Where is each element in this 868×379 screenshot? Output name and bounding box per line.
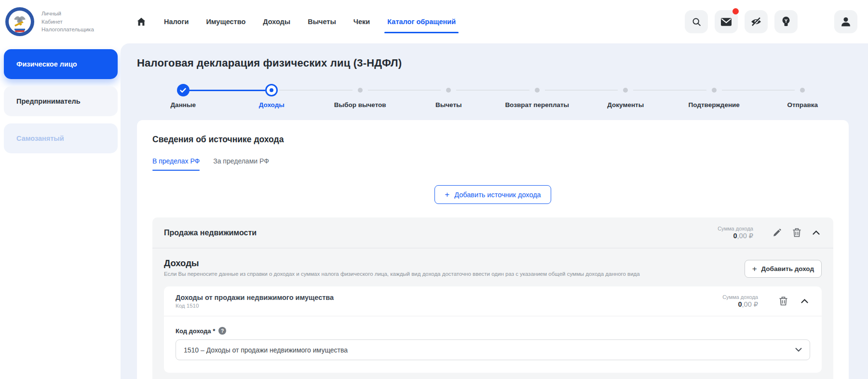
profile-button[interactable] bbox=[834, 10, 857, 33]
trash-icon bbox=[793, 228, 801, 237]
help-icon[interactable]: ? bbox=[218, 327, 226, 335]
sidebar-item-entrepreneur[interactable]: Предприниматель bbox=[4, 86, 118, 116]
top-bar: Личный Кабинет Налогоплательщика Налоги … bbox=[0, 0, 868, 43]
income-source-body: Доходы Если Вы переносите данные из спра… bbox=[152, 248, 833, 379]
incomes-head: Доходы Если Вы переносите данные из спра… bbox=[164, 258, 822, 278]
page-title: Налоговая декларация физических лиц (3-Н… bbox=[137, 57, 849, 69]
home-icon[interactable] bbox=[136, 16, 147, 27]
sidebar-item-individual[interactable]: Физическое лицо bbox=[4, 49, 118, 79]
step-deductions[interactable]: Вычеты bbox=[405, 84, 493, 108]
messages-button[interactable] bbox=[715, 10, 738, 33]
trash-icon bbox=[779, 297, 787, 306]
mail-icon bbox=[721, 18, 732, 26]
step-upcoming-dot-icon bbox=[712, 88, 717, 93]
step-completed-check-icon bbox=[177, 84, 190, 96]
plus-icon: + bbox=[752, 265, 757, 273]
delete-income-button[interactable] bbox=[777, 295, 789, 308]
declaration-stepper: Данные Доходы Выбор вычетов Вычеты Возвр… bbox=[139, 84, 847, 108]
sidebar: Физическое лицо Предприниматель Самозаня… bbox=[0, 43, 121, 379]
add-income-source-button[interactable]: + Добавить источник дохода bbox=[434, 185, 551, 204]
step-upcoming-dot-icon bbox=[446, 88, 451, 93]
nav-item-deductions[interactable]: Вычеты bbox=[308, 0, 336, 43]
step-upcoming-dot-icon bbox=[623, 88, 628, 93]
income-code-select-value: 1510 – Доходы от продажи недвижимого иму… bbox=[184, 346, 348, 354]
search-button[interactable] bbox=[685, 10, 708, 33]
collapse-source-button[interactable] bbox=[811, 229, 822, 237]
step-sending[interactable]: Отправка bbox=[759, 84, 847, 108]
brand: Личный Кабинет Налогоплательщика bbox=[5, 7, 120, 37]
step-overpayment-refund[interactable]: Возврат переплаты bbox=[493, 84, 582, 108]
nav-item-taxes[interactable]: Налоги bbox=[164, 0, 189, 43]
nav-item-property[interactable]: Имущество bbox=[206, 0, 245, 43]
income-item-code: Код 1510 bbox=[176, 303, 722, 309]
collapse-income-button[interactable] bbox=[799, 297, 810, 305]
pencil-icon bbox=[773, 229, 781, 237]
nav-item-incomes[interactable]: Доходы bbox=[263, 0, 290, 43]
user-icon bbox=[841, 17, 851, 27]
tips-button[interactable] bbox=[774, 10, 798, 33]
edit-source-button[interactable] bbox=[771, 227, 783, 239]
add-income-button[interactable]: + Добавить доход bbox=[745, 260, 822, 278]
step-incomes[interactable]: Доходы bbox=[228, 84, 316, 108]
income-source-tabs: В пределах РФ За пределами РФ bbox=[152, 157, 833, 171]
step-confirmation[interactable]: Подтверждение bbox=[670, 84, 759, 108]
main-nav: Налоги Имущество Доходы Вычеты Чеки Ката… bbox=[136, 0, 456, 43]
eye-off-icon bbox=[750, 17, 762, 27]
visibility-toggle-button[interactable] bbox=[745, 10, 768, 33]
step-upcoming-dot-icon bbox=[800, 88, 805, 93]
income-code-label: Код дохода * bbox=[176, 327, 215, 335]
add-source-row: + Добавить источник дохода bbox=[152, 185, 833, 204]
app-root: Личный Кабинет Налогоплательщика Налоги … bbox=[0, 0, 868, 379]
step-upcoming-dot-icon bbox=[358, 88, 363, 93]
nav-item-requests-catalog[interactable]: Каталог обращений bbox=[387, 0, 456, 43]
step-current-dot-icon bbox=[265, 84, 278, 96]
chevron-up-icon bbox=[801, 299, 808, 303]
plus-icon: + bbox=[445, 190, 449, 199]
lightbulb-icon bbox=[782, 16, 790, 27]
income-source-title: Продажа недвижимости bbox=[164, 229, 718, 237]
tab-within-rf[interactable]: В пределах РФ bbox=[152, 157, 200, 171]
chevron-up-icon bbox=[813, 230, 820, 235]
income-code-select[interactable]: 1510 – Доходы от продажи недвижимого иму… bbox=[176, 339, 810, 360]
income-source-accordion: Продажа недвижимости Сумма дохода 0,00 ₽ bbox=[152, 217, 833, 379]
incomes-description: Если Вы переносите данные из справки о д… bbox=[164, 271, 730, 277]
fns-emblem-logo bbox=[5, 7, 35, 37]
income-item-sum: Сумма дохода 0,00 ₽ bbox=[722, 294, 758, 308]
delete-source-button[interactable] bbox=[791, 226, 803, 239]
chevron-down-icon bbox=[795, 348, 802, 352]
card-title: Сведения об источнике дохода bbox=[152, 135, 833, 145]
step-upcoming-dot-icon bbox=[535, 88, 540, 93]
main-content: Налоговая декларация физических лиц (3-Н… bbox=[121, 43, 868, 379]
step-data[interactable]: Данные bbox=[139, 84, 228, 108]
search-icon bbox=[692, 17, 702, 27]
tab-outside-rf[interactable]: За пределами РФ bbox=[213, 157, 269, 171]
income-source-sum: Сумма дохода 0,00 ₽ bbox=[718, 226, 753, 240]
notification-dot bbox=[732, 8, 739, 14]
income-item-header[interactable]: Доходы от продажи недвижимого имущества … bbox=[164, 286, 822, 316]
step-documents[interactable]: Документы bbox=[582, 84, 670, 108]
sidebar-item-self-employed[interactable]: Самозанятый bbox=[4, 123, 118, 153]
step-deduction-choice[interactable]: Выбор вычетов bbox=[316, 84, 405, 108]
brand-title: Личный Кабинет Налогоплательщика bbox=[41, 10, 94, 34]
income-item-card: Доходы от продажи недвижимого имущества … bbox=[164, 286, 822, 373]
incomes-title: Доходы bbox=[164, 258, 730, 269]
income-code-field: Код дохода * ? 1510 – Доходы от продажи … bbox=[164, 316, 822, 373]
income-source-header[interactable]: Продажа недвижимости Сумма дохода 0,00 ₽ bbox=[152, 217, 833, 248]
income-item-title: Доходы от продажи недвижимого имущества bbox=[176, 294, 722, 301]
income-source-card: Сведения об источнике дохода В пределах … bbox=[137, 120, 849, 379]
topbar-actions bbox=[685, 10, 857, 33]
nav-item-receipts[interactable]: Чеки bbox=[353, 0, 370, 43]
